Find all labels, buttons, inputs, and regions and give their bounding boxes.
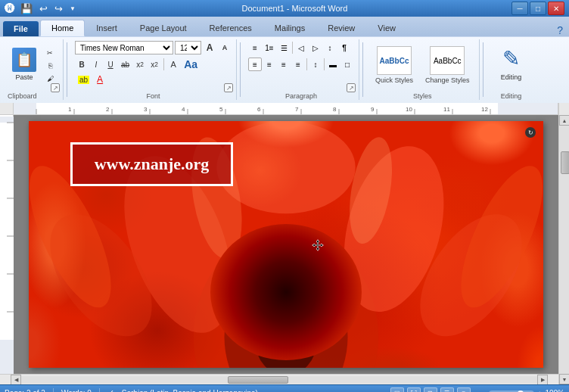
outline-button[interactable]: ☰ (440, 387, 454, 392)
font-content: Times New Roman 12 A A B I U ab x2 x2 (75, 41, 232, 89)
redo-button[interactable]: ↪ (52, 2, 65, 15)
tab-review[interactable]: Review (316, 20, 366, 36)
rotate-handle[interactable]: ↻ (525, 127, 536, 138)
spell-check-icon: ✓ (107, 388, 114, 392)
word-logo-icon: 🅦 (5, 2, 15, 14)
maximize-button[interactable]: □ (530, 2, 546, 15)
clipboard-dialog-launcher[interactable]: ↗ (51, 83, 60, 92)
font-color-button[interactable]: A (93, 73, 107, 86)
shrink-font-button[interactable]: A (218, 41, 232, 54)
full-screen-button[interactable]: ⛶ (407, 387, 421, 392)
tab-bar: File Home Insert Page Layout References … (0, 17, 569, 36)
clear-format-button[interactable]: A (166, 58, 180, 71)
paste-button[interactable]: 📋 Paste (8, 45, 41, 83)
tab-references[interactable]: References (198, 20, 263, 36)
strikethrough-button[interactable]: ab (118, 58, 132, 71)
text-box[interactable]: www.znanje.org (70, 142, 233, 186)
subscript-button[interactable]: x2 (133, 58, 147, 71)
paste-icon: 📋 (12, 48, 36, 72)
tab-file[interactable]: File (3, 21, 39, 36)
save-button[interactable]: 💾 (18, 2, 35, 15)
tab-view[interactable]: View (366, 20, 407, 36)
show-marks-button[interactable]: ¶ (337, 41, 351, 54)
title-bar-left: 🅦 💾 ↩ ↪ ▼ (5, 2, 78, 15)
shading-button[interactable]: ▬ (326, 58, 340, 71)
underline-button[interactable]: U (104, 58, 117, 71)
tab-insert[interactable]: Insert (85, 20, 129, 36)
align-center-button[interactable]: ≡ (263, 58, 276, 71)
title-bar: 🅦 💾 ↩ ↪ ▼ Document1 - Microsoft Word ─ □… (0, 0, 569, 17)
align-left-button[interactable]: ≡ (248, 58, 262, 71)
scroll-down-button[interactable]: ▼ (559, 374, 569, 384)
center-flower (210, 224, 362, 360)
close-button[interactable]: ✕ (548, 2, 564, 15)
change-case-button[interactable]: Aa (181, 58, 201, 71)
words-status-text: Words: 0 (61, 389, 92, 392)
font-name-select[interactable]: Times New Roman (75, 41, 173, 54)
vertical-scrollbar[interactable]: ▲ ▼ (558, 115, 569, 384)
change-styles-button[interactable]: AaBbCc Change Styles (421, 44, 474, 86)
italic-button[interactable]: I (89, 58, 103, 71)
quick-styles-button[interactable]: AaBbCc Quick Styles (371, 44, 418, 86)
paragraph-dialog-launcher[interactable]: ↗ (347, 83, 356, 92)
horizontal-scroll-track[interactable] (21, 376, 537, 384)
superscript-button[interactable]: x2 (148, 58, 161, 71)
divider-1 (67, 42, 67, 97)
editing-label: Editing (501, 73, 522, 81)
quick-access-toolbar: 💾 ↩ ↪ ▼ (18, 2, 78, 15)
language-status: Serbian (Latin, Bosnia and Herzegovina) (122, 389, 258, 392)
numbering-button[interactable]: 1≡ (263, 41, 276, 54)
border-button[interactable]: □ (340, 58, 354, 71)
styles-group-label: Styles (413, 92, 432, 100)
paste-label: Paste (15, 73, 33, 81)
ruler-area: 1 2 3 4 5 6 7 8 9 10 11 12 (0, 103, 569, 115)
minimize-button[interactable]: ─ (511, 2, 528, 15)
vertical-scroll-track[interactable] (559, 126, 569, 374)
document-content-area[interactable]: www.znanje.org ↻ (14, 115, 558, 374)
horizontal-scrollbar[interactable]: ◀ ▶ (0, 374, 558, 384)
tab-mailings[interactable]: Mailings (263, 20, 316, 36)
justify-button[interactable]: ≡ (291, 58, 305, 71)
vertical-scroll-thumb[interactable] (561, 151, 569, 174)
content-with-left-ruler: www.znanje.org ↻ (0, 115, 558, 374)
zoom-plus-button[interactable]: + (537, 389, 542, 393)
tab-page-layout[interactable]: Page Layout (129, 20, 198, 36)
multilevel-button[interactable]: ☰ (277, 41, 291, 54)
draft-button[interactable]: ≡ (457, 387, 471, 392)
quick-access-dropdown[interactable]: ▼ (67, 5, 78, 13)
horizontal-scroll-thumb[interactable] (228, 376, 288, 384)
cut-button[interactable]: ✂ (42, 47, 58, 59)
font-color-icon: A (97, 74, 103, 85)
svg-rect-29 (0, 117, 14, 123)
editing-button[interactable]: ✎ Editing (491, 41, 532, 84)
window-title: Document1 - Microsoft Word (78, 4, 511, 13)
ribbon-content: 📋 Paste ✂ ⎘ 🖌 Clipboard ↗ Times New Roma… (0, 36, 569, 103)
svg-text:7: 7 (295, 106, 299, 113)
help-icon[interactable]: ? (557, 24, 563, 36)
paragraph-content: ≡ 1≡ ☰ ◁ ▷ ↕ ¶ ≡ ≡ ≡ ≡ ↕ ▬ (248, 41, 354, 89)
font-dialog-launcher[interactable]: ↗ (224, 83, 233, 92)
indent-button[interactable]: ▷ (309, 41, 322, 54)
svg-rect-2 (498, 103, 558, 114)
ruler-corner[interactable] (0, 103, 14, 114)
line-spacing-button[interactable]: ↕ (309, 58, 322, 71)
align-right-button[interactable]: ≡ (277, 58, 291, 71)
undo-button[interactable]: ↩ (37, 2, 50, 15)
sort-button[interactable]: ↕ (323, 41, 337, 54)
web-layout-button[interactable]: ⊞ (424, 387, 437, 392)
tab-home[interactable]: Home (40, 20, 85, 36)
outdent-button[interactable]: ◁ (294, 41, 308, 54)
scroll-left-button[interactable]: ◀ (11, 375, 21, 385)
font-group: Times New Roman 12 A A B I U ab x2 x2 (70, 39, 237, 100)
zoom-minus-button[interactable]: – (481, 389, 486, 393)
bullets-button[interactable]: ≡ (248, 41, 262, 54)
scroll-right-button[interactable]: ▶ (537, 375, 548, 385)
font-size-select[interactable]: 12 (175, 41, 201, 54)
grow-font-button[interactable]: A (203, 41, 216, 54)
content-inner: www.znanje.org ↻ (0, 115, 558, 384)
copy-button[interactable]: ⎘ (42, 60, 58, 72)
highlight-button[interactable]: ab (75, 73, 92, 86)
print-layout-button[interactable]: ▤ (390, 387, 404, 392)
bold-button[interactable]: B (75, 58, 89, 71)
scroll-up-button[interactable]: ▲ (559, 115, 569, 126)
